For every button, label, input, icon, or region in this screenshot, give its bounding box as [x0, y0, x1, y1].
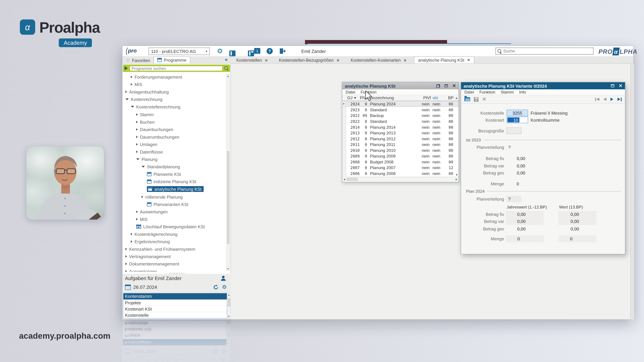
grid-row[interactable]: 20070Planung 2007neinnein12	[342, 165, 458, 170]
menu-info[interactable]: Info	[519, 90, 526, 94]
menu-stamm[interactable]: Stamm	[500, 90, 514, 94]
chevron-right-icon[interactable]	[131, 76, 132, 78]
scrollbar-thumb[interactable]	[227, 151, 229, 244]
chevron-right-icon[interactable]	[126, 263, 127, 265]
chevron-right-icon[interactable]	[136, 218, 138, 220]
menu-datei[interactable]: Datei	[346, 90, 355, 94]
tree-item[interactable]: Standardplanung	[123, 163, 227, 171]
tree-item[interactable]: Stamm	[123, 111, 227, 118]
calendar-icon[interactable]	[124, 349, 130, 354]
document-tab-3[interactable]: Kostenstellen-Kostenarten✕	[347, 57, 410, 63]
task-list-item[interactable]: Kostenstelle	[123, 320, 226, 326]
logout-door-icon[interactable]	[279, 48, 286, 54]
kostenart-field[interactable]: 10	[507, 117, 528, 123]
tree-item[interactable]: Kostenträgerrechnung	[123, 230, 227, 238]
grid-row[interactable]: 20120Planung 2012neinnein00	[342, 136, 458, 141]
open-folder-icon[interactable]	[464, 97, 470, 101]
planverteilung-value[interactable]: ?	[508, 144, 511, 150]
last-record-icon[interactable]	[618, 97, 622, 101]
company-selector[interactable]: 110 - proELECTRO AG ▾	[148, 48, 210, 55]
task-list-item[interactable]: Kostenart KSt	[123, 306, 227, 312]
tree-item[interactable]: Dauerbuchungen	[123, 125, 227, 133]
layout-panel-icon[interactable]	[229, 50, 236, 56]
chevron-right-icon[interactable]	[136, 150, 138, 153]
tree-item[interactable]: Kostenstellenrechnung	[123, 103, 227, 111]
settings-gear-icon[interactable]: ⚙	[222, 349, 226, 355]
document-tab-1[interactable]: Kostenstellen✕	[232, 57, 272, 63]
tree-item[interactable]: Löschlauf Bewegungsdaten KSt	[123, 223, 227, 230]
maximize-window-icon[interactable]	[611, 84, 614, 87]
next-record-icon[interactable]	[610, 97, 613, 101]
tree-item[interactable]: Umlagen	[123, 141, 227, 148]
chevron-right-icon[interactable]	[136, 128, 138, 131]
tree-item[interactable]: Planung	[123, 156, 227, 163]
delete-icon[interactable]: ✕	[482, 97, 486, 102]
tasks-scrollbar[interactable]: ▲▼	[227, 293, 230, 319]
tab-programme[interactable]: Programme	[154, 56, 190, 63]
info-icon[interactable]: i	[254, 48, 260, 54]
column-header-bp[interactable]: BP	[442, 95, 454, 100]
chevron-right-icon[interactable]	[142, 195, 143, 198]
chevron-down-icon[interactable]	[142, 166, 145, 168]
scroll-down-icon[interactable]: ▼	[228, 315, 230, 318]
tree-item[interactable]: Auswertungen	[123, 208, 227, 216]
restore-window-icon[interactable]	[436, 84, 440, 87]
document-tab-2[interactable]: Kostenstellen-Bezugsgrößen✕	[275, 57, 343, 63]
tree-item[interactable]: analytische Planung KSt	[123, 186, 227, 193]
grid-horizontal-scrollbar[interactable]: ◂ ▸	[342, 177, 458, 182]
grid-row[interactable]: 20230Standardneinnein00	[342, 107, 458, 113]
chevron-right-icon[interactable]	[126, 255, 127, 258]
tree-item[interactable]: Dauerumbuchungen	[123, 133, 227, 141]
tab-close-icon[interactable]: ✕	[265, 58, 268, 62]
kostenstelle-field[interactable]: 3255	[507, 110, 528, 116]
tree-item[interactable]: Kennzahlen- und Frühwarnsystem	[123, 245, 227, 253]
grid-row[interactable]: ▸20240Planung 2024neinnein00	[342, 101, 458, 107]
column-header-gj[interactable]: GJ	[346, 95, 361, 100]
refresh-icon[interactable]	[213, 284, 218, 292]
chevron-down-icon[interactable]	[131, 106, 134, 108]
program-search-icon[interactable]	[224, 66, 228, 70]
task-list-item[interactable]: Kontenstamm	[123, 293, 227, 300]
grid-row[interactable]: 20130Planung 2013neinnein00	[342, 130, 458, 136]
tree-item[interactable]: Forderungsmanagement	[123, 73, 227, 81]
panel-splitter[interactable]	[122, 272, 230, 274]
tab-favoriten[interactable]: ☆ Favoriten	[122, 57, 153, 63]
grid-row[interactable]: 202299Backupneinnein00	[342, 112, 458, 118]
scroll-up-icon[interactable]: ▲	[227, 74, 229, 78]
planverteilung-value[interactable]: ?	[508, 196, 511, 202]
bezugsgroesse-field[interactable]	[507, 127, 522, 134]
menu-datei[interactable]: Datei	[464, 90, 474, 94]
task-list-item[interactable]: Projekte	[123, 300, 227, 306]
help-icon[interactable]: ?	[266, 48, 273, 54]
previous-record-icon[interactable]	[604, 97, 606, 101]
hscrollbar-thumb[interactable]	[347, 178, 358, 181]
scroll-up-icon[interactable]: ▲	[227, 342, 230, 346]
scroll-left-icon[interactable]: ◂	[342, 178, 346, 181]
tab-close-icon[interactable]: ✕	[404, 58, 406, 62]
tree-scrollbar[interactable]: ▲ ▼	[226, 74, 230, 271]
tasks-scrollbar[interactable]: ▲▼	[227, 320, 230, 346]
chevron-right-icon[interactable]	[136, 143, 138, 146]
layout-split-icon[interactable]	[248, 50, 254, 56]
menu-funktion[interactable]: Funktion	[480, 90, 496, 94]
tab-close-icon[interactable]: ✕	[467, 58, 470, 62]
search-input[interactable]	[503, 49, 592, 53]
grid-row[interactable]: 20110Planung 2011neinnein00	[342, 141, 458, 147]
tree-item[interactable]: Buchen	[123, 118, 227, 126]
scroll-right-icon[interactable]: ▸	[454, 178, 459, 181]
tree-item[interactable]: MIS	[123, 215, 227, 223]
grid-row[interactable]: 20080Budget 2008neinnein00	[342, 159, 458, 165]
grid-row[interactable]: 20220Standardneinnein00	[342, 118, 458, 124]
first-record-icon[interactable]	[595, 97, 600, 101]
chevron-right-icon[interactable]	[131, 83, 132, 86]
settings-gear-icon[interactable]: ⚙	[222, 284, 227, 290]
tree-item[interactable]: Auswertungen	[123, 268, 227, 272]
chevron-right-icon[interactable]	[126, 248, 127, 250]
chevron-right-icon[interactable]	[131, 233, 132, 235]
chevron-right-icon[interactable]	[136, 210, 138, 213]
tree-item[interactable]: rollierende Planung	[123, 193, 227, 200]
task-list-item[interactable]: Kontenstamm	[123, 339, 226, 346]
chevron-right-icon[interactable]	[131, 240, 132, 243]
chevron-right-icon[interactable]	[126, 270, 127, 272]
tree-item-selected[interactable]: analytische Planung KSt	[147, 186, 204, 192]
